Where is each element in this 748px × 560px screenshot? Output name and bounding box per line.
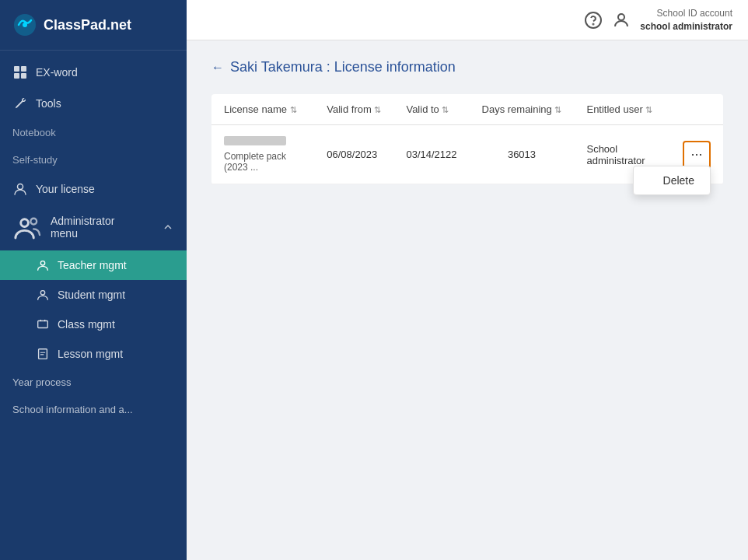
- license-table: License name Valid from Valid to Days re…: [211, 94, 723, 184]
- account-info: School ID account school administrator: [640, 7, 732, 33]
- svg-rect-4: [14, 73, 19, 79]
- sidebar-item-student-mgmt-label: Student mgmt: [58, 289, 125, 301]
- svg-point-6: [18, 184, 23, 190]
- svg-point-14: [593, 23, 594, 24]
- class-mgmt-icon: [36, 317, 50, 331]
- col-valid-to[interactable]: Valid to: [393, 94, 469, 125]
- col-license-name[interactable]: License name: [211, 94, 314, 125]
- days-remaining-cell: 36013: [470, 125, 575, 184]
- topbar: School ID account school administrator: [187, 0, 748, 40]
- main-area: School ID account school administrator ←…: [187, 0, 748, 560]
- account-icon[interactable]: [612, 11, 631, 30]
- sidebar-item-lesson-mgmt[interactable]: Lesson mgmt: [0, 339, 187, 369]
- sidebar-item-lesson-mgmt-label: Lesson mgmt: [58, 348, 123, 360]
- sidebar-nav: EX-word Tools Notebook Self-study Your l…: [0, 51, 187, 560]
- sidebar-item-your-license-label: Your license: [36, 183, 95, 195]
- license-subname: Complete pack (2023 ...: [224, 151, 302, 173]
- sidebar-item-class-mgmt[interactable]: Class mgmt: [0, 310, 187, 339]
- svg-point-9: [40, 261, 44, 265]
- sidebar-item-tools[interactable]: Tools: [0, 88, 187, 119]
- license-table-container: License name Valid from Valid to Days re…: [211, 94, 723, 184]
- sidebar-item-ex-word[interactable]: EX-word: [0, 57, 187, 88]
- account-name-label: school administrator: [640, 20, 732, 33]
- sidebar-item-class-mgmt-label: Class mgmt: [58, 318, 115, 331]
- sidebar-item-student-mgmt[interactable]: Student mgmt: [0, 280, 187, 310]
- account-id-label: School ID account: [657, 7, 732, 20]
- col-days-remaining[interactable]: Days remaining: [470, 94, 575, 125]
- more-dots-icon: ···: [690, 146, 702, 163]
- classpad-logo-icon: [12, 12, 37, 37]
- table-header-row: License name Valid from Valid to Days re…: [211, 94, 723, 125]
- svg-point-15: [618, 14, 624, 20]
- person-icon: [12, 181, 28, 197]
- valid-from-cell: 06/08/2023: [314, 125, 393, 184]
- svg-rect-5: [21, 73, 26, 79]
- sidebar-section-notebook[interactable]: Notebook: [0, 119, 187, 146]
- svg-rect-11: [38, 320, 48, 327]
- more-options-button[interactable]: ···: [683, 141, 711, 169]
- sidebar-item-school-info[interactable]: School information and a...: [0, 396, 187, 423]
- svg-point-10: [40, 291, 44, 295]
- logo-text: ClassPad.net: [44, 17, 131, 33]
- sidebar-section-self-study[interactable]: Self-study: [0, 146, 187, 173]
- sidebar-item-teacher-mgmt-label: Teacher mgmt: [58, 259, 127, 271]
- sidebar-item-ex-word-label: EX-word: [36, 66, 78, 79]
- student-mgmt-icon: [36, 288, 50, 302]
- lesson-mgmt-icon: [36, 347, 50, 361]
- sidebar-item-tools-label: Tools: [36, 97, 61, 110]
- svg-rect-3: [21, 66, 26, 72]
- sidebar-item-year-process[interactable]: Year process: [0, 369, 187, 396]
- page-title: Saki Takemura : License information: [230, 59, 456, 75]
- col-actions: [670, 94, 723, 125]
- grid-icon: [12, 65, 28, 80]
- svg-point-8: [30, 219, 37, 225]
- sidebar: ClassPad.net EX-word Tools Notebook Se: [0, 0, 187, 560]
- col-valid-from[interactable]: Valid from: [314, 94, 393, 125]
- wrench-icon: [12, 96, 28, 111]
- sidebar-group-admin-menu[interactable]: Administrator menu: [0, 205, 187, 250]
- table-row: Complete pack (2023 ... 06/08/2023 03/14…: [211, 125, 723, 184]
- help-icon[interactable]: [584, 11, 603, 30]
- license-name-blur: [224, 136, 286, 145]
- sidebar-item-teacher-mgmt[interactable]: Teacher mgmt: [0, 250, 187, 280]
- dropdown-menu: Delete: [633, 166, 711, 195]
- delete-button[interactable]: Delete: [634, 166, 710, 194]
- svg-point-1: [23, 23, 27, 27]
- chevron-up-icon: [162, 221, 174, 233]
- back-button[interactable]: ←: [211, 61, 224, 75]
- actions-cell: ··· Delete: [670, 125, 723, 184]
- people-icon: [12, 212, 43, 243]
- col-entitled-user[interactable]: Entitled user: [574, 94, 670, 125]
- teacher-mgmt-icon: [36, 258, 50, 272]
- topbar-actions: School ID account school administrator: [584, 7, 732, 33]
- svg-rect-12: [39, 349, 47, 359]
- license-name-cell: Complete pack (2023 ...: [211, 125, 314, 184]
- sidebar-group-admin-label: Administrator menu: [51, 215, 114, 240]
- logo-area: ClassPad.net: [0, 0, 187, 51]
- sidebar-item-your-license[interactable]: Your license: [0, 173, 187, 205]
- content-area: ← Saki Takemura : License information Li…: [187, 40, 748, 560]
- page-header: ← Saki Takemura : License information: [211, 59, 723, 75]
- svg-point-7: [21, 219, 29, 227]
- valid-to-cell: 03/14/2122: [393, 125, 469, 184]
- svg-rect-2: [14, 66, 19, 72]
